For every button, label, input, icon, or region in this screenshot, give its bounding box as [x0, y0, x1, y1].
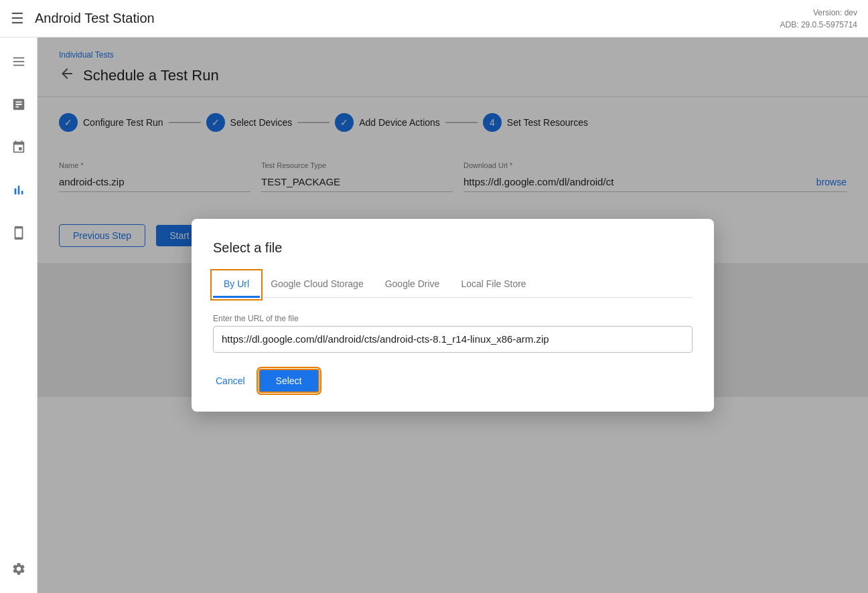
tab-local-file-store[interactable]: Local File Store — [450, 272, 536, 298]
sidebar-icon-calendar[interactable] — [5, 134, 32, 161]
version-line2: ADB: 29.0.5-5975714 — [780, 19, 857, 31]
menu-icon[interactable]: ☰ — [11, 10, 24, 27]
tab-google-cloud-storage[interactable]: Google Cloud Storage — [260, 272, 374, 298]
topbar: ☰ Android Test Station Version: dev ADB:… — [0, 0, 868, 37]
dialog-tabs: By Url Google Cloud Storage Google Drive… — [213, 272, 693, 298]
url-input[interactable] — [222, 333, 684, 345]
tab-by-url[interactable]: By Url — [213, 272, 260, 298]
url-input-wrapper — [213, 326, 693, 353]
dialog-select-button[interactable]: Select — [259, 369, 319, 393]
tab-google-drive[interactable]: Google Drive — [374, 272, 451, 298]
dialog-cancel-button[interactable]: Cancel — [213, 370, 248, 392]
url-input-label: Enter the URL of the file — [213, 314, 693, 323]
sidebar-icon-list[interactable] — [5, 48, 32, 75]
content-area: Individual Tests Schedule a Test Run Con… — [38, 37, 868, 593]
dialog-overlay: Select a file By Url Google Cloud Storag… — [38, 37, 868, 593]
sidebar-icon-phone[interactable] — [5, 220, 32, 246]
sidebar-icon-chart[interactable] — [5, 177, 32, 203]
dialog-buttons: Cancel Select — [213, 369, 693, 393]
svg-rect-2 — [13, 65, 24, 66]
app-title: Android Test Station — [35, 11, 780, 26]
sidebar — [0, 37, 38, 593]
sidebar-icon-tasks[interactable] — [5, 91, 32, 118]
sidebar-icon-settings[interactable] — [5, 556, 32, 582]
version-info: Version: dev ADB: 29.0.5-5975714 — [780, 7, 857, 31]
dialog-title: Select a file — [213, 240, 693, 256]
svg-rect-0 — [13, 58, 24, 59]
dialog: Select a file By Url Google Cloud Storag… — [192, 219, 714, 412]
version-line1: Version: dev — [780, 7, 857, 19]
svg-rect-1 — [13, 61, 24, 62]
